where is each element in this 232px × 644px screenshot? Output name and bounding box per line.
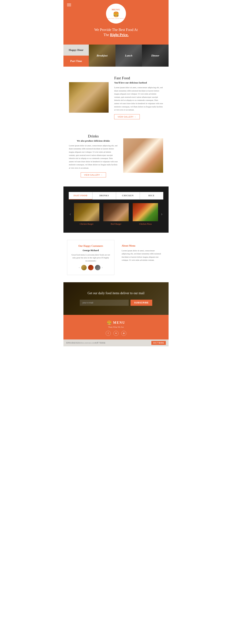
food-card-2: Beef Burger	[101, 203, 131, 226]
about-menu-text: Lorem ipsum dolor sit amet, consectetuer…	[122, 249, 161, 262]
prev-arrow-btn[interactable]: ‹	[69, 212, 72, 216]
fast-food-image	[69, 82, 109, 113]
nav-dinner-label: Dinner	[151, 54, 159, 57]
nav-images: Breakfast Lunch Dinner	[89, 44, 169, 67]
drinks-subtitle: We also produce delicious drinks	[69, 140, 118, 142]
header-title-line2: The	[104, 33, 110, 37]
footer-logo-text: MENU	[113, 321, 125, 325]
fast-food-text: Fast Food You'll love our delicious fast…	[114, 76, 163, 119]
logo-tagline: Enjoy Your Lunch With Us	[107, 18, 125, 19]
food-card-2-image	[103, 203, 129, 221]
nav-dinner[interactable]: Dinner	[142, 44, 169, 67]
newsletter-section: Get our daily food items deliver to our …	[63, 282, 169, 315]
tab-chicken[interactable]: CHICKEN	[116, 192, 140, 200]
fast-food-description: Lorem ipsum dolor sit amet, consectetuer…	[114, 86, 163, 112]
customer-name: George Richard	[71, 249, 111, 252]
food-card-2-label: Beef Burger	[101, 223, 131, 226]
header-title-highlight: Right Price.	[110, 33, 128, 37]
facebook-icon[interactable]: f	[106, 331, 111, 336]
avatar-row: ‹ ›	[71, 265, 111, 270]
avatar-next[interactable]: ›	[102, 266, 103, 269]
footer-burger-icon: 🍔	[107, 320, 112, 325]
drinks-section: Drinks We also produce delicious drinks …	[63, 128, 169, 186]
header-title: We Provide The Best Food At The Right Pr…	[63, 27, 169, 37]
tab-rice[interactable]: RICE	[140, 192, 163, 200]
nav-breakfast-label: Breakfast	[97, 54, 107, 57]
tab-drinks[interactable]: DRINKS	[92, 192, 116, 200]
fast-food-gallery-btn[interactable]: VIEW GALLERY →	[114, 114, 140, 119]
subscribe-button[interactable]: SUBSCRIBE	[130, 300, 152, 306]
drinks-text: Drinks We also produce delicious drinks …	[69, 134, 118, 178]
customers-section: Our Happy Customers George Richard Great…	[63, 233, 169, 282]
food-card-1: Chicken Burger	[72, 203, 101, 226]
drinks-title: Drinks	[69, 134, 118, 138]
hamburger-menu[interactable]	[67, 4, 71, 6]
tab-fast-food[interactable]: FAST FOOD	[69, 192, 92, 200]
fast-food-title: Fast Food	[114, 76, 163, 80]
watermark-text: 图网站模板资源在bbos.cnenvato.com免费下载模板	[66, 342, 105, 344]
food-card-3: Chicken Pizza	[131, 203, 160, 226]
instagram-icon[interactable]: ⊕	[121, 331, 126, 336]
nav-bar: Happy Hour Part Time Breakfast Lunch Din…	[63, 44, 169, 67]
food-cards: ‹ Chicken Burger Beef Burger Chicken Piz…	[69, 203, 163, 226]
about-menu-box: About Menu Lorem ipsum dolor sit amet, c…	[118, 240, 165, 275]
newsletter-title: Get our daily food items deliver to our …	[69, 291, 163, 295]
avatar-3[interactable]	[95, 265, 100, 270]
footer-logo: 🍔 MENU	[67, 320, 165, 325]
avatar-prev[interactable]: ‹	[79, 266, 80, 269]
fast-food-subtitle: You'll love our delicious fastfood	[114, 81, 163, 84]
header: MENU 🍔 Enjoy Your Lunch With Us We Provi…	[63, 0, 169, 44]
header-title-line1: We Provide The Best Food At	[94, 28, 138, 32]
nav-happy-hour[interactable]: Happy Hour	[63, 44, 89, 56]
about-menu-title: About Menu	[122, 244, 161, 247]
nav-lunch-label: Lunch	[125, 54, 132, 57]
customer-quote: Great food menu is awesome,there foods a…	[71, 253, 111, 262]
drinks-image	[123, 138, 163, 173]
avatar-2[interactable]	[88, 265, 94, 270]
fast-food-section: Fast Food You'll love our delicious fast…	[63, 67, 169, 128]
food-card-3-image	[133, 203, 158, 221]
customers-box: Our Happy Customers George Richard Great…	[67, 240, 114, 275]
logo-text: MENU	[112, 8, 120, 11]
drinks-description: Lorem ipsum dolor sit amet, consectetuer…	[69, 144, 118, 170]
nav-breakfast[interactable]: Breakfast	[89, 44, 115, 67]
avatar-1[interactable]	[81, 265, 87, 270]
watermark-download-btn[interactable]: 前往下载模板	[151, 341, 166, 345]
newsletter-input[interactable]	[80, 300, 129, 306]
watermark-bar: 图网站模板资源在bbos.cnenvato.com免费下载模板 前往下载模板	[63, 340, 169, 346]
menu-tabs-section: FAST FOOD DRINKS CHICKEN RICE ‹ Chicken …	[63, 186, 169, 233]
logo-circle: MENU 🍔 Enjoy Your Lunch With Us	[106, 4, 126, 24]
nav-lunch[interactable]: Lunch	[115, 44, 142, 67]
footer-social: f ✦ ⊕	[67, 331, 165, 336]
customers-title: Our Happy Customers	[71, 244, 111, 248]
nav-part-time[interactable]: Part Time	[63, 56, 89, 67]
drinks-gallery-btn[interactable]: VIEW GALLERY →	[81, 172, 106, 178]
nav-left: Happy Hour Part Time	[63, 44, 89, 67]
food-card-3-label: Chicken Pizza	[131, 223, 160, 226]
footer: 🍔 MENU Thats What We Are f ✦ ⊕	[63, 315, 169, 340]
tabs-row: FAST FOOD DRINKS CHICKEN RICE	[69, 192, 163, 200]
newsletter-form: SUBSCRIBE	[80, 300, 152, 306]
footer-tagline: Thats What We Are	[67, 326, 165, 328]
next-arrow-btn[interactable]: ›	[160, 212, 163, 216]
food-card-1-label: Chicken Burger	[72, 223, 101, 226]
burger-icon: 🍔	[113, 12, 119, 18]
twitter-icon[interactable]: ✦	[113, 331, 119, 336]
food-card-1-image	[74, 203, 99, 221]
